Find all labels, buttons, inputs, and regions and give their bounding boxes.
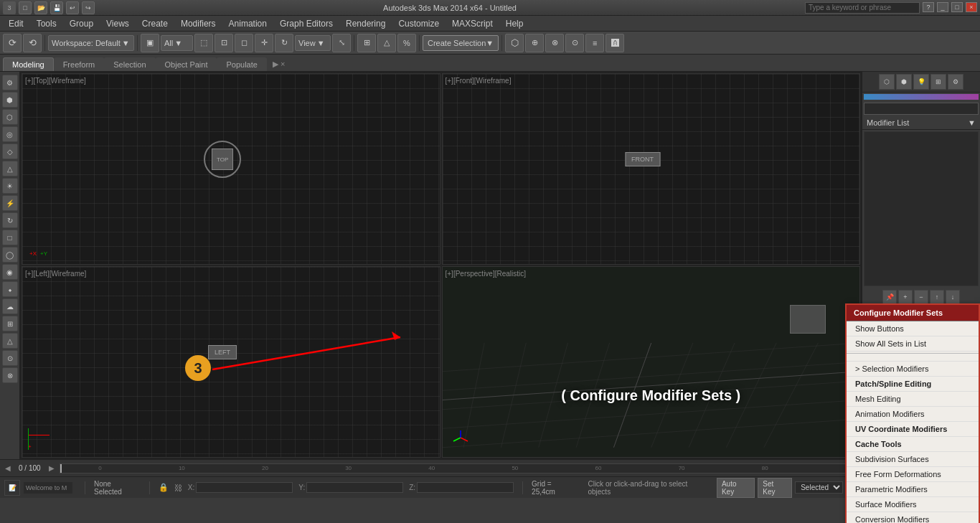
tab-populate[interactable]: Populate: [217, 57, 266, 71]
dd-patch-spline[interactable]: > Selection Modifiers: [847, 362, 979, 377]
sidebar-icon-7[interactable]: ☀: [2, 178, 18, 194]
sidebar-icon-13[interactable]: ⬥: [2, 281, 18, 297]
sidebar-icon-18[interactable]: ⊗: [2, 367, 18, 383]
mod-icon-remove[interactable]: −: [914, 290, 928, 304]
snap-icon[interactable]: ⊞: [357, 34, 376, 52]
sidebar-icon-15[interactable]: ⊞: [2, 316, 18, 331]
tb-icon-extra4[interactable]: ⊙: [565, 34, 584, 52]
tb-icon-2[interactable]: ⟲: [23, 34, 42, 52]
sidebar-icon-5[interactable]: ◇: [2, 143, 18, 159]
menu-maxscript[interactable]: MAXScript: [446, 17, 499, 30]
sidebar-icon-4[interactable]: ◎: [2, 126, 18, 142]
sidebar-icon-12[interactable]: ◉: [2, 264, 18, 280]
sidebar-icon-1[interactable]: ⚙: [2, 75, 18, 90]
sidebar-icon-11[interactable]: ◯: [2, 247, 18, 263]
create-selection-button[interactable]: Create Selection ▼: [423, 35, 499, 51]
tab-object-paint[interactable]: Object Paint: [156, 57, 217, 71]
mod-icon-pin[interactable]: 📌: [882, 290, 897, 304]
key-mode-dropdown[interactable]: Selected: [795, 481, 843, 494]
menu-create[interactable]: Create: [136, 17, 174, 30]
right-tab-render[interactable]: ⬡: [879, 74, 895, 90]
dd-radiosity[interactable]: Conversion Modifiers: [847, 512, 979, 523]
angle-snap-icon[interactable]: △: [377, 34, 396, 52]
mod-icon-move-down[interactable]: ↓: [946, 290, 960, 304]
tab-extra[interactable]: ▶ ×: [270, 57, 288, 71]
dd-show-buttons[interactable]: Show Buttons: [847, 321, 979, 336]
sidebar-icon-14[interactable]: ☁: [2, 298, 18, 314]
tb-icon-extra2[interactable]: ⊕: [525, 34, 544, 52]
sidebar-icon-16[interactable]: △: [2, 333, 18, 349]
sidebar-icon-9[interactable]: ↻: [2, 212, 18, 228]
tb-open[interactable]: 📂: [34, 1, 47, 14]
sidebar-icon-3[interactable]: ⬡: [2, 109, 18, 125]
menu-rendering[interactable]: Rendering: [340, 17, 391, 30]
dd-animation-modifiers[interactable]: Mesh Editing: [847, 392, 979, 407]
menu-help[interactable]: Help: [500, 17, 529, 30]
close-button[interactable]: ×: [966, 2, 977, 12]
menu-edit[interactable]: Edit: [3, 17, 29, 30]
viewport-perspective[interactable]: [+][Perspective][Realistic]: [442, 266, 861, 458]
region-select-icon[interactable]: ⊡: [215, 34, 233, 52]
tb-icon-extra6[interactable]: 🅰: [606, 34, 624, 52]
move-icon[interactable]: ✛: [255, 34, 273, 52]
timeline-bar[interactable]: 0 10 20 30 40 50 60 70 80 90 100: [60, 463, 977, 473]
mod-icon-move-up[interactable]: ↑: [930, 290, 944, 304]
tb-new[interactable]: □: [19, 1, 32, 14]
view-dropdown[interactable]: View ▼: [295, 35, 331, 51]
maximize-button[interactable]: □: [951, 2, 963, 12]
right-tab-lights[interactable]: 💡: [913, 74, 929, 90]
right-tab-display[interactable]: ⊞: [930, 74, 946, 90]
scale-icon[interactable]: ⤡: [332, 34, 351, 52]
dd-mesh-editing[interactable]: Patch/Spline Editing: [847, 377, 979, 392]
dd-uv-coordinate[interactable]: Animation Modifiers: [847, 407, 979, 422]
set-key-button[interactable]: Set Key: [758, 478, 792, 498]
modifier-list-dropdown-icon[interactable]: ▼: [968, 118, 976, 127]
tb-icon-1[interactable]: ⟳: [3, 34, 22, 52]
tb-icon-extra1[interactable]: ⬡: [505, 34, 524, 52]
tb-redo[interactable]: ↪: [82, 1, 95, 14]
tb-icon-extra5[interactable]: ≡: [585, 34, 604, 52]
coord-y-input[interactable]: [306, 482, 403, 493]
object-name-field[interactable]: [864, 103, 979, 115]
search-input[interactable]: [805, 2, 920, 14]
dd-parametric[interactable]: Free Form Deformations: [847, 467, 979, 482]
tab-selection[interactable]: Selection: [104, 57, 155, 71]
sidebar-icon-6[interactable]: △: [2, 161, 18, 176]
mod-icon-add[interactable]: +: [898, 290, 913, 304]
tb-undo[interactable]: ↩: [66, 1, 79, 14]
dropdown-header[interactable]: Configure Modifier Sets: [847, 305, 979, 321]
tb-save[interactable]: 💾: [50, 1, 63, 14]
dd-subdivision[interactable]: Cache Tools: [847, 437, 979, 452]
viewport-top[interactable]: [+][Top][Wireframe] TOP +X +Y: [22, 73, 440, 265]
lock-icon[interactable]: 🔒: [159, 483, 169, 492]
sidebar-icon-17[interactable]: ⊙: [2, 350, 18, 366]
timeline-scroll-right[interactable]: ▶: [47, 464, 57, 472]
dd-cache-tools[interactable]: UV Coordinate Modifiers: [847, 422, 979, 437]
right-tab-utilities[interactable]: ⚙: [948, 74, 963, 90]
tab-modeling[interactable]: Modeling: [3, 57, 54, 71]
right-tab-camera[interactable]: ⬢: [896, 74, 912, 90]
workspace-dropdown[interactable]: Workspace: Default ▼: [48, 35, 134, 51]
dd-surface[interactable]: Parametric Modifiers: [847, 482, 979, 497]
sidebar-icon-8[interactable]: ⚡: [2, 195, 18, 211]
sidebar-icon-2[interactable]: ⬢: [2, 92, 18, 108]
coord-x-input[interactable]: [196, 482, 293, 493]
dd-selection-modifiers[interactable]: [847, 355, 979, 362]
chain-icon[interactable]: ⛓: [174, 484, 182, 492]
tb-icon-extra3[interactable]: ⊗: [545, 34, 564, 52]
tab-freeform[interactable]: Freeform: [54, 57, 105, 71]
menu-customize[interactable]: Customize: [392, 17, 445, 30]
dd-show-all-sets[interactable]: Show All Sets in List: [847, 336, 979, 352]
menu-views[interactable]: Views: [100, 17, 135, 30]
minimize-button[interactable]: _: [937, 2, 948, 12]
viewport-left[interactable]: [+][Left][Wireframe] LEFT +: [22, 266, 440, 458]
viewport-front[interactable]: [+][Front][Wireframe] FRONT: [442, 73, 861, 265]
select-filter-icon[interactable]: ▣: [141, 34, 159, 52]
dd-conversion[interactable]: Surface Modifiers: [847, 497, 979, 512]
select-by-name-icon[interactable]: ◻: [235, 34, 253, 52]
select-icon[interactable]: ⬚: [194, 34, 213, 52]
help-button[interactable]: ?: [923, 2, 934, 12]
coord-z-input[interactable]: [417, 482, 514, 493]
menu-modifiers[interactable]: Modifiers: [175, 17, 222, 30]
percent-snap-icon[interactable]: %: [397, 34, 416, 52]
